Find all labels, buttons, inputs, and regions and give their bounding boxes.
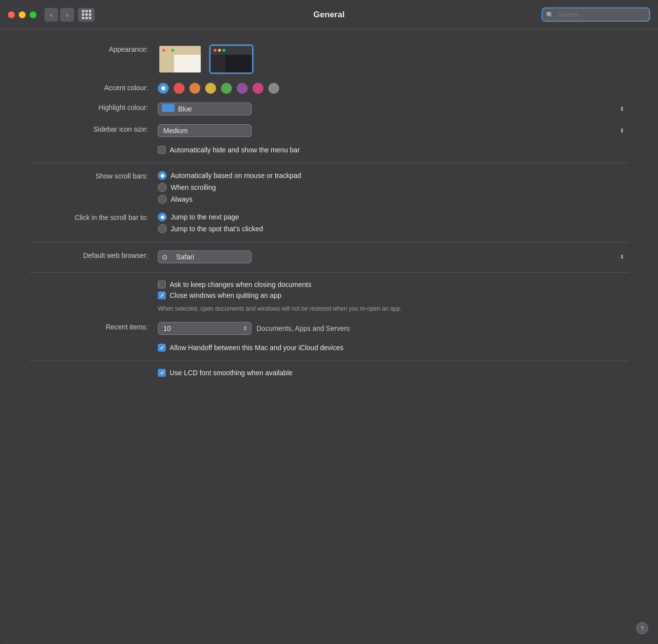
recent-items-label: Recent items: bbox=[30, 322, 158, 331]
accent-purple[interactable] bbox=[237, 83, 248, 94]
default-browser-control: Safari Chrome Firefox ⊙ ⬍ bbox=[158, 250, 628, 263]
back-button[interactable]: ‹ bbox=[44, 8, 58, 22]
dark-body bbox=[211, 55, 252, 72]
click-scroll-bar-control: Jump to the next page Jump to the spot t… bbox=[158, 213, 628, 233]
handoff-control: Allow Handoff between this Mac and your … bbox=[158, 344, 628, 352]
scroll-bar-auto-radio[interactable] bbox=[158, 171, 167, 180]
accent-yellow[interactable] bbox=[205, 83, 216, 94]
accent-colour-row: Accent colour: bbox=[30, 83, 628, 94]
lcd-checkbox-row[interactable]: Use LCD font smoothing when available bbox=[158, 369, 628, 377]
appearance-dark[interactable] bbox=[209, 44, 254, 74]
red-dot bbox=[162, 49, 165, 52]
search-container: 🔍 bbox=[542, 7, 650, 22]
highlight-select-wrapper: Blue Other… ⬍ bbox=[158, 103, 628, 115]
close-windows-label: Close windows when quitting an app bbox=[170, 291, 281, 299]
close-windows-row[interactable]: Close windows when quitting an app bbox=[158, 291, 628, 299]
recent-items-control: 5 10 15 20 ⬍ Documents, Apps and Servers bbox=[158, 322, 628, 335]
grid-dot bbox=[82, 13, 84, 16]
recent-items-suffix: Documents, Apps and Servers bbox=[256, 324, 350, 332]
lcd-label bbox=[30, 369, 158, 370]
recent-items-select[interactable]: 5 10 15 20 bbox=[158, 322, 252, 335]
grid-icon bbox=[82, 10, 91, 19]
highlight-colour-row: Highlight colour: Blue Other… ⬍ bbox=[30, 103, 628, 115]
minimize-button[interactable] bbox=[19, 11, 26, 18]
scroll-bar-always-radio[interactable] bbox=[158, 195, 167, 204]
help-button[interactable]: ? bbox=[636, 622, 648, 634]
default-browser-label: Default web browser: bbox=[30, 250, 158, 259]
accent-red[interactable] bbox=[174, 83, 184, 94]
default-browser-select[interactable]: Safari Chrome Firefox bbox=[158, 250, 252, 263]
close-windows-checkbox[interactable] bbox=[158, 291, 166, 299]
show-scroll-bars-control: Automatically based on mouse or trackpad… bbox=[158, 171, 628, 204]
accent-pink[interactable] bbox=[253, 83, 263, 94]
menu-bar-checkbox-row[interactable]: Automatically hide and show the menu bar bbox=[158, 146, 628, 154]
menu-bar-row: Automatically hide and show the menu bar bbox=[30, 146, 628, 154]
ask-keep-changes-checkbox[interactable] bbox=[158, 281, 166, 288]
sidebar-icon-size-row: Sidebar icon size: Small Medium Large ⬍ bbox=[30, 124, 628, 137]
jump-spot-row[interactable]: Jump to the spot that’s clicked bbox=[158, 224, 628, 233]
accent-orange[interactable] bbox=[189, 83, 200, 94]
yellow-dot bbox=[218, 49, 221, 52]
jump-next-page-label: Jump to the next page bbox=[171, 213, 239, 221]
sidebar-select-wrapper: Small Medium Large ⬍ bbox=[158, 124, 628, 137]
sidebar-icon-size-control: Small Medium Large ⬍ bbox=[158, 124, 628, 137]
lcd-checkbox[interactable] bbox=[158, 369, 166, 377]
highlight-colour-control: Blue Other… ⬍ bbox=[158, 103, 628, 115]
menu-bar-label bbox=[30, 146, 158, 147]
green-dot bbox=[222, 49, 225, 52]
dark-theme-preview bbox=[211, 46, 252, 72]
light-sidebar bbox=[159, 55, 174, 72]
appearance-light[interactable] bbox=[158, 44, 202, 74]
jump-spot-radio[interactable] bbox=[158, 224, 167, 233]
documents-control: Ask to keep changes when closing documen… bbox=[158, 281, 628, 313]
grid-dot bbox=[89, 13, 91, 16]
click-scroll-bar-row: Click in the scroll bar to: Jump to the … bbox=[30, 213, 628, 233]
ask-keep-changes-label: Ask to keep changes when closing documen… bbox=[170, 281, 311, 288]
handoff-checkbox-row[interactable]: Allow Handoff between this Mac and your … bbox=[158, 344, 628, 352]
close-button[interactable] bbox=[8, 11, 15, 18]
divider-4 bbox=[30, 360, 628, 361]
dark-bar bbox=[211, 46, 252, 55]
grid-button[interactable] bbox=[78, 8, 95, 22]
scroll-bar-auto-label: Automatically based on mouse or trackpad bbox=[171, 172, 301, 179]
select-arrow-icon: ⬍ bbox=[620, 106, 624, 112]
menu-bar-checkbox[interactable] bbox=[158, 146, 166, 154]
menu-bar-control: Automatically hide and show the menu bar bbox=[158, 146, 628, 154]
accent-colour-control bbox=[158, 83, 628, 94]
light-main bbox=[174, 55, 201, 72]
traffic-lights bbox=[8, 11, 37, 18]
accent-green[interactable] bbox=[221, 83, 232, 94]
default-browser-row: Default web browser: Safari Chrome Firef… bbox=[30, 250, 628, 263]
lcd-control: Use LCD font smoothing when available bbox=[158, 369, 628, 377]
highlight-colour-select[interactable]: Blue Other… bbox=[158, 103, 252, 115]
scroll-bar-scrolling-radio[interactable] bbox=[158, 183, 167, 192]
lcd-checkbox-label: Use LCD font smoothing when available bbox=[170, 369, 292, 377]
scroll-bar-always-row[interactable]: Always bbox=[158, 195, 628, 204]
handoff-checkbox-label: Allow Handoff between this Mac and your … bbox=[170, 344, 343, 352]
accent-blue[interactable] bbox=[158, 83, 169, 94]
sidebar-icon-size-label: Sidebar icon size: bbox=[30, 124, 158, 133]
handoff-row: Allow Handoff between this Mac and your … bbox=[30, 344, 628, 352]
scroll-bar-scrolling-label: When scrolling bbox=[171, 183, 216, 191]
grid-dot bbox=[89, 10, 91, 12]
jump-next-page-radio[interactable] bbox=[158, 213, 167, 221]
search-input[interactable] bbox=[542, 7, 650, 22]
highlight-colour-label: Highlight colour: bbox=[30, 103, 158, 111]
ask-keep-changes-row[interactable]: Ask to keep changes when closing documen… bbox=[158, 281, 628, 288]
green-dot bbox=[171, 49, 174, 52]
forward-button[interactable]: › bbox=[60, 8, 74, 22]
recent-items-wrapper: 5 10 15 20 ⬍ Documents, Apps and Servers bbox=[158, 322, 628, 335]
scroll-bar-auto-row[interactable]: Automatically based on mouse or trackpad bbox=[158, 171, 628, 180]
appearance-options bbox=[158, 44, 628, 74]
divider-1 bbox=[30, 163, 628, 163]
scroll-bar-scrolling-row[interactable]: When scrolling bbox=[158, 183, 628, 192]
accent-colour-label: Accent colour: bbox=[30, 83, 158, 92]
maximize-button[interactable] bbox=[30, 11, 37, 18]
accent-graphite[interactable] bbox=[268, 83, 279, 94]
handoff-checkbox[interactable] bbox=[158, 344, 166, 352]
scroll-bar-always-label: Always bbox=[171, 195, 192, 203]
sidebar-icon-size-select[interactable]: Small Medium Large bbox=[158, 124, 252, 137]
red-dot bbox=[214, 49, 217, 52]
jump-next-page-row[interactable]: Jump to the next page bbox=[158, 213, 628, 221]
grid-dot bbox=[85, 13, 88, 16]
